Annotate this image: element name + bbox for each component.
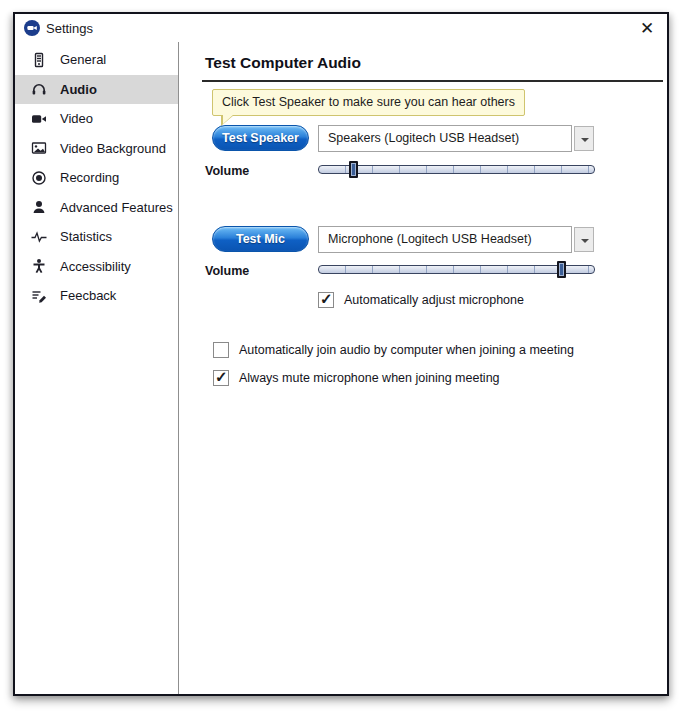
image-icon: [30, 140, 47, 157]
zoom-logo-icon: [24, 20, 40, 36]
auto-adjust-mic-checkbox[interactable]: ✓: [318, 292, 334, 308]
sidebar-item-label: Statistics: [60, 229, 112, 244]
always-mute-mic-label: Always mute microphone when joining meet…: [239, 371, 500, 385]
auto-join-audio-option: ✓ Automatically join audio by computer w…: [213, 342, 574, 358]
slider-thumb[interactable]: [557, 261, 566, 278]
sidebar-item-label: Accessibility: [60, 259, 131, 274]
window-title: Settings: [46, 21, 93, 36]
checkmark-icon: ✓: [320, 290, 333, 308]
chevron-down-icon: [581, 138, 589, 142]
sidebar-item-label: Recording: [60, 170, 119, 185]
sidebar-item-recording[interactable]: Recording: [15, 163, 178, 193]
settings-panel-icon: [30, 51, 47, 68]
mic-device-select[interactable]: Microphone (Logitech USB Headset): [318, 226, 572, 253]
mic-volume-label: Volume: [205, 264, 249, 278]
speaker-volume-slider[interactable]: [318, 161, 595, 178]
sidebar-item-advanced-features[interactable]: Advanced Features: [15, 193, 178, 223]
slider-thumb[interactable]: [349, 161, 358, 178]
camera-icon: [30, 110, 47, 127]
audio-settings-panel: Test Computer Audio Click Test Speaker t…: [180, 42, 667, 694]
sidebar-item-general[interactable]: General: [15, 45, 178, 75]
page-title: Test Computer Audio: [205, 54, 361, 72]
slider-track[interactable]: [318, 165, 595, 174]
test-mic-button[interactable]: Test Mic: [212, 226, 309, 252]
sidebar-item-label: Advanced Features: [60, 200, 173, 215]
auto-adjust-mic-label: Automatically adjust microphone: [344, 293, 524, 307]
title-bar: Settings ✕: [15, 14, 667, 42]
sidebar-item-video-background[interactable]: Video Background: [15, 134, 178, 164]
speaker-device-dropdown-button[interactable]: [574, 126, 594, 151]
auto-join-audio-checkbox[interactable]: ✓: [213, 342, 229, 358]
pulse-icon: [30, 228, 47, 245]
sidebar: General Audio Video: [15, 42, 179, 694]
mic-device-dropdown-button[interactable]: [574, 227, 594, 252]
test-speaker-tooltip: Click Test Speaker to make sure you can …: [212, 89, 525, 116]
record-icon: [30, 169, 47, 186]
chevron-down-icon: [581, 239, 589, 243]
person-icon: [30, 199, 47, 216]
sidebar-item-accessibility[interactable]: Accessibility: [15, 252, 178, 282]
headphones-icon: [30, 81, 47, 98]
test-speaker-button[interactable]: Test Speaker: [212, 125, 309, 151]
sidebar-item-label: General: [60, 52, 106, 67]
auto-join-audio-label: Automatically join audio by computer whe…: [239, 343, 574, 357]
speaker-device-select[interactable]: Speakers (Logitech USB Headset): [318, 125, 572, 152]
feedback-pencil-icon: [30, 287, 47, 304]
sidebar-item-label: Feecback: [60, 288, 116, 303]
sidebar-item-label: Video Background: [60, 141, 166, 156]
always-mute-mic-checkbox[interactable]: ✓: [213, 370, 229, 386]
speaker-volume-label: Volume: [205, 164, 249, 178]
settings-dialog: Settings ✕ General Audio: [13, 12, 669, 696]
sidebar-item-audio[interactable]: Audio: [15, 75, 178, 105]
always-mute-mic-option: ✓ Always mute microphone when joining me…: [213, 370, 500, 386]
sidebar-item-video[interactable]: Video: [15, 104, 178, 134]
sidebar-item-label: Video: [60, 111, 93, 126]
mic-volume-slider[interactable]: [318, 261, 595, 278]
auto-adjust-mic-option: ✓ Automatically adjust microphone: [318, 292, 524, 308]
title-divider: [202, 80, 663, 82]
checkmark-icon: ✓: [215, 368, 228, 386]
close-icon[interactable]: ✕: [636, 18, 658, 40]
sidebar-item-feedback[interactable]: Feecback: [15, 281, 178, 311]
accessibility-person-icon: [30, 258, 47, 275]
sidebar-item-label: Audio: [60, 82, 97, 97]
slider-track[interactable]: [318, 265, 595, 274]
sidebar-item-statistics[interactable]: Statistics: [15, 222, 178, 252]
